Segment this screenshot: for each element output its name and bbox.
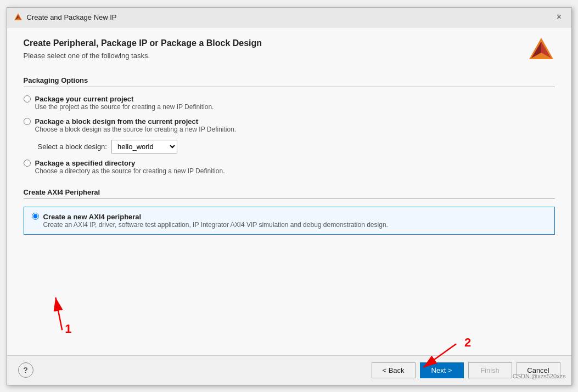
create-axi4-option[interactable]: Create a new AXI4 peripheral Create an A… [32,213,547,229]
package-block-design-text: Package a block design from the current … [35,117,237,133]
content-area: Create Peripheral, Package IP or Package… [7,27,571,355]
package-directory-desc: Choose a directory as the source for cre… [35,167,225,175]
create-axi4-text: Create a new AXI4 peripheral Create an A… [43,213,388,229]
footer: ? < Back Next > Finish Cancel [7,355,571,385]
vivado-logo [528,35,555,64]
package-directory-label: Package a specified directory [35,159,225,167]
back-button[interactable]: < Back [372,362,416,378]
axi4-section: Create AXI4 Peripheral Create a new AXI4… [24,188,555,235]
package-directory-radio[interactable] [24,160,31,167]
title-bar-left: Create and Package New IP [14,13,117,21]
title-bar: Create and Package New IP × [7,8,571,27]
block-design-select[interactable]: hello_world [111,140,177,154]
finish-button[interactable]: Finish [468,362,512,378]
package-block-design-desc: Choose a block design as the source for … [35,126,237,133]
package-current-project-option[interactable]: Package your current project Use the pro… [24,95,555,111]
create-axi4-desc: Create an AXI4 IP, driver, software test… [43,221,388,229]
main-dialog: Create and Package New IP × Create Perip… [7,7,572,385]
packaging-options-section: Packaging Options Package your current p… [24,76,555,175]
block-design-label: Select a block design: [38,143,107,151]
create-axi4-radio[interactable] [32,213,39,220]
dialog-title: Create and Package New IP [27,13,117,21]
create-axi4-label: Create a new AXI4 peripheral [43,213,388,221]
block-design-row: Select a block design: hello_world [38,140,555,154]
close-button[interactable]: × [554,12,565,22]
package-block-design-label: Package a block design from the current … [35,117,237,126]
package-directory-option[interactable]: Package a specified directory Choose a d… [24,159,555,175]
package-current-project-desc: Use the project as the source for creati… [35,103,214,111]
packaging-options-header: Packaging Options [24,76,555,87]
watermark: CSDN @xzs520xzs [513,373,566,379]
help-button[interactable]: ? [18,362,33,378]
page-subtitle: Please select one of the following tasks… [24,52,555,60]
next-button[interactable]: Next > [420,362,464,378]
axi4-option-box: Create a new AXI4 peripheral Create an A… [24,207,555,235]
package-current-project-label: Package your current project [35,95,214,103]
page-title: Create Peripheral, Package IP or Package… [24,38,555,48]
footer-left: ? [18,362,33,378]
package-current-project-radio[interactable] [24,95,31,103]
package-current-project-text: Package your current project Use the pro… [35,95,214,111]
package-directory-text: Package a specified directory Choose a d… [35,159,225,175]
app-icon [14,13,23,21]
package-block-design-radio[interactable] [24,118,31,125]
axi4-section-header: Create AXI4 Peripheral [24,188,555,199]
package-block-design-option[interactable]: Package a block design from the current … [24,117,555,133]
